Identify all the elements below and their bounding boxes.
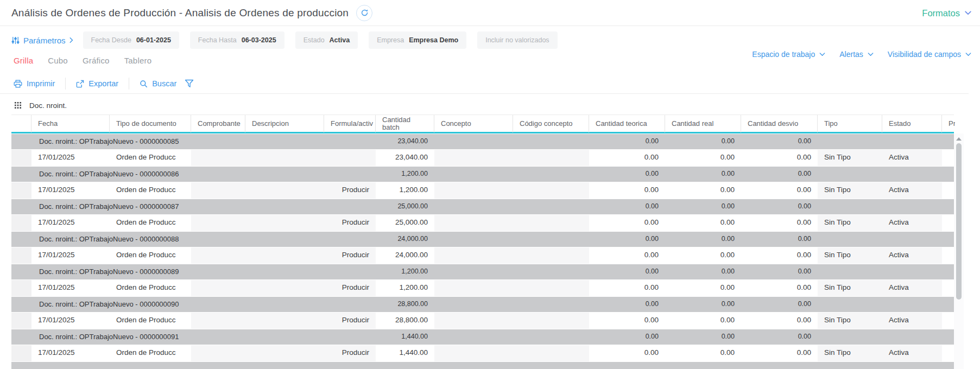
cell-comprobante [191,199,245,214]
cell-formula [324,199,376,214]
group-row[interactable]: Doc. nroint.: OPTrabajoNuevo - 000000008… [11,231,954,247]
scrollbar-thumb[interactable] [956,143,962,300]
column-header-estado[interactable]: Estado [882,115,942,132]
cell-pro [942,297,954,312]
tab-grilla[interactable]: Grilla [14,56,33,65]
cell-tipo_de_documento: Orden de Producc [110,345,191,361]
tab-cubo[interactable]: Cubo [48,56,68,65]
tab-gr-fico[interactable]: Gráfico [83,56,110,65]
data-row[interactable]: 17/01/2025Orden de ProduccProducir1,200.… [11,182,954,199]
cell-pro [942,280,954,296]
data-row[interactable]: 17/01/2025Orden de ProduccProducir28,800… [11,313,954,329]
param-chip-incluir-no-valorizados[interactable]: Incluir no valorizados [477,31,557,49]
menu-visibilidad-de-campos[interactable]: Visibilidad de campos [888,50,971,59]
formats-dropdown[interactable]: Formatos [922,0,971,26]
cell-indent [11,167,31,182]
param-chip-fecha-desde[interactable]: Fecha Desde06-01-2025 [83,31,179,49]
cell-codigo_concepto [513,232,589,247]
group-row[interactable]: Doc. nroint.: OPTrabajoNuevo - 000000009… [11,296,954,313]
column-header-formula[interactable]: Formula/activ [324,115,376,132]
cell-cantidad_real: 0.00 [665,232,741,247]
column-header-cantidad_batch[interactable]: Cantidad batch [376,115,434,132]
cell-formula [324,150,376,166]
param-chip-estado[interactable]: EstadoActiva [295,31,358,49]
param-chip-value: 06-03-2025 [242,36,276,44]
grid-body: Doc. nroint.: OPTrabajoNuevo - 000000008… [11,133,954,369]
group-row-label: Doc. nroint.: OPTrabajoNuevo - 000000008… [31,232,110,247]
cell-cantidad_teorica: 0.00 [589,297,665,312]
column-header-fecha[interactable]: Fecha [31,115,110,132]
column-header-codigo_concepto[interactable]: Código concepto [513,115,589,132]
cell-formula [324,167,376,182]
cell-concepto [434,134,513,149]
cell-estado [882,134,942,149]
data-row[interactable]: 17/01/2025Orden de ProduccProducir1,200.… [11,280,954,296]
cell-formula: Producir [324,345,376,361]
parameters-toggle[interactable]: Parámetros [11,36,73,45]
column-header-descripcion[interactable]: Descripcion [245,115,324,132]
cell-tipo: Sin Tipo [818,247,882,264]
column-header-pro[interactable]: Pro [942,115,955,132]
scroll-up-icon[interactable] [956,137,962,141]
column-header-concepto[interactable]: Concepto [434,115,513,132]
cell-concepto [434,167,513,182]
cell-codigo_concepto [513,297,589,312]
tab-tablero[interactable]: Tablero [124,56,152,65]
param-chip-value: Empresa Demo [409,36,458,44]
data-row[interactable]: 17/01/2025Orden de ProduccProducir24,000… [11,247,954,264]
column-header-cantidad_real[interactable]: Cantidad real [665,115,741,132]
cell-pro [942,329,954,345]
cell-descripcion [245,247,324,264]
cell-cantidad_teorica: 0.00 [589,345,665,361]
cell-cantidad_batch: 24,000.00 [376,247,434,264]
group-by-field[interactable]: Doc. nroint. [15,98,67,112]
cell-concepto [434,150,513,166]
group-row[interactable]: Doc. nroint.: OPTrabajoNuevo - 000000008… [11,264,954,280]
cell-tipo: Sin Tipo [818,345,882,361]
cell-comprobante [191,247,245,264]
cell-tipo: Sin Tipo [818,215,882,231]
data-row[interactable]: 17/01/2025Orden de Producc23,040.000.000… [11,150,954,166]
data-row[interactable]: 17/01/2025Orden de ProduccProducir1,440.… [11,345,954,361]
export-button[interactable]: Exportar [76,79,118,88]
title-bar: Análisis de Ordenes de Producción - Anal… [0,0,980,26]
menu-alertas[interactable]: Alertas [839,50,874,59]
refresh-button[interactable] [356,5,372,21]
column-header-cantidad_teorica[interactable]: Cantidad teorica [589,115,665,132]
group-row[interactable]: Doc. nroint.: OPTrabajoNuevo - 000000009… [11,329,954,345]
cell-comprobante [191,182,245,199]
vertical-scrollbar[interactable] [954,133,964,369]
print-button[interactable]: Imprimir [14,79,55,88]
column-header-comprobante[interactable]: Comprobante [191,115,245,132]
search-button[interactable]: Buscar [140,79,176,88]
cell-cantidad_real: 0.00 [665,150,741,166]
cell-indent [11,313,31,329]
cell-fecha: 17/01/2025 [31,313,110,329]
group-row[interactable]: Doc. nroint.: OPTrabajoNuevo - 000000008… [11,166,954,182]
chevron-down-icon [819,53,825,56]
cell-pro [942,199,954,214]
param-chip-fecha-hasta[interactable]: Fecha Hasta06-03-2025 [190,31,284,49]
menu-espacio-de-trabajo[interactable]: Espacio de trabajo [752,50,825,59]
menu-label: Alertas [839,50,863,59]
cell-pro [942,167,954,182]
column-header-tipo_de_documento[interactable]: Tipo de documento [110,115,191,132]
data-row[interactable]: 17/01/2025Orden de ProduccProducir25,000… [11,215,954,231]
group-row[interactable]: Doc. nroint.: OPTrabajoNuevo - 000000008… [11,133,954,150]
search-icon [140,80,148,88]
cell-estado [882,329,942,345]
column-header-cantidad_desvio[interactable]: Cantidad desvio [741,115,818,132]
cell-tipo: Sin Tipo [818,313,882,329]
cell-pro [942,182,954,199]
cell-cantidad_desvio: 0.00 [741,199,818,214]
column-header-indent[interactable] [11,115,31,132]
param-chip-empresa[interactable]: EmpresaEmpresa Demo [369,31,466,49]
cell-tipo: Sin Tipo [818,150,882,166]
group-row-partial[interactable] [11,361,954,369]
refresh-icon [361,9,369,17]
filter-button[interactable] [185,79,194,88]
param-chip-label: Estado [304,36,325,44]
cell-formula: Producir [324,182,376,199]
group-row[interactable]: Doc. nroint.: OPTrabajoNuevo - 000000008… [11,199,954,215]
column-header-tipo[interactable]: Tipo [818,115,882,132]
